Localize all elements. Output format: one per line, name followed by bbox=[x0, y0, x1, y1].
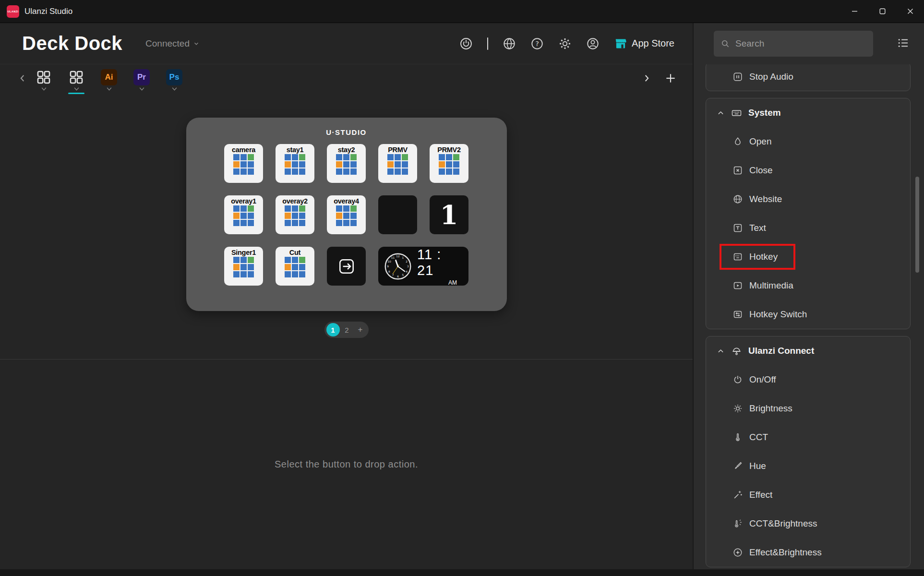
hue-brush-icon bbox=[732, 461, 743, 471]
tab-profile-grid-1[interactable] bbox=[33, 69, 55, 94]
chevron-down-icon bbox=[193, 40, 200, 47]
scene-grid-icon bbox=[285, 154, 305, 175]
stop-audio-icon bbox=[732, 72, 743, 82]
app-window: ULANZI Ulanzi Studio Deck Dock Connected bbox=[0, 0, 924, 576]
scene-grid-icon bbox=[387, 154, 408, 175]
section-system-header[interactable]: System bbox=[706, 98, 910, 127]
section-title: Ulanzi Connect bbox=[748, 346, 814, 356]
help-icon[interactable]: ? bbox=[530, 37, 544, 50]
ulanzi-logo: ULANZI bbox=[7, 5, 19, 18]
deck-key-camera[interactable]: camera bbox=[224, 144, 263, 183]
power-icon bbox=[732, 374, 743, 385]
chevron-up-icon bbox=[717, 109, 725, 117]
action-label: Multimedia bbox=[749, 280, 793, 291]
deck-brand-icon[interactable] bbox=[459, 37, 473, 50]
chevron-down-icon bbox=[73, 87, 80, 91]
close-button[interactable] bbox=[896, 0, 924, 23]
app-store-button[interactable]: App Store bbox=[614, 37, 674, 50]
action-hotkey[interactable]: Hotkey bbox=[706, 242, 910, 271]
action-on-off[interactable]: On/Off bbox=[706, 365, 910, 394]
action-cct[interactable]: CCT bbox=[706, 423, 910, 452]
key-label: overay1 bbox=[231, 198, 256, 205]
action-label: Close bbox=[749, 165, 773, 176]
search-box[interactable] bbox=[714, 31, 873, 57]
add-page-button[interactable]: + bbox=[354, 325, 367, 335]
action-text[interactable]: Text bbox=[706, 214, 910, 242]
connection-dropdown[interactable]: Connected bbox=[145, 38, 200, 49]
deck-key-stay1[interactable]: stay1 bbox=[276, 144, 314, 183]
action-label: Hue bbox=[749, 461, 766, 471]
action-label: Stop Audio bbox=[749, 72, 793, 82]
action-label: Hotkey Switch bbox=[749, 309, 807, 320]
action-effect[interactable]: Effect bbox=[706, 480, 910, 509]
key-label: Singer1 bbox=[231, 249, 256, 256]
page-1-button[interactable]: 1 bbox=[326, 323, 340, 336]
deck-key-prmv[interactable]: PRMV bbox=[378, 144, 417, 183]
action-stop-audio[interactable]: Stop Audio bbox=[706, 64, 910, 91]
action-brightness[interactable]: Brightness bbox=[706, 394, 910, 423]
account-icon[interactable] bbox=[586, 37, 600, 50]
effect-brightness-icon bbox=[732, 547, 743, 558]
deck-device: U·STUDIO camera stay1 stay2 bbox=[186, 118, 507, 311]
theme-globe-icon[interactable] bbox=[503, 37, 516, 50]
key-label: Cut bbox=[289, 249, 300, 256]
deck-key-stay2[interactable]: stay2 bbox=[327, 144, 366, 183]
svg-text:2: 2 bbox=[406, 260, 408, 263]
tab-underline bbox=[101, 93, 117, 94]
action-label: Effect&Brightness bbox=[749, 547, 822, 558]
drop-hint-text: Select the button to drop action. bbox=[275, 459, 418, 470]
deck-key-prmv2[interactable]: PRMV2 bbox=[430, 144, 468, 183]
deck-key-cut[interactable]: Cut bbox=[276, 247, 314, 286]
action-website[interactable]: Website bbox=[706, 185, 910, 214]
action-label: CCT&Brightness bbox=[749, 518, 817, 529]
sidebar-scrollbar[interactable] bbox=[915, 177, 919, 273]
deck-key-singer1[interactable]: Singer1 bbox=[224, 247, 263, 286]
tabs-scroll-right-button[interactable] bbox=[641, 73, 652, 84]
tab-illustrator[interactable]: Ai bbox=[98, 69, 120, 94]
page-2-button[interactable]: 2 bbox=[340, 326, 354, 334]
action-multimedia[interactable]: Multimedia bbox=[706, 271, 910, 300]
action-hotkey-switch[interactable]: Hotkey Switch bbox=[706, 300, 910, 329]
section-ulanzi-connect-header[interactable]: Ulanzi Connect bbox=[706, 336, 910, 365]
add-profile-button[interactable] bbox=[664, 72, 677, 84]
page-switcher: 1 2 + bbox=[324, 322, 369, 338]
tab-profile-grid-2[interactable] bbox=[65, 69, 87, 94]
deck-key-overay2[interactable]: overay2 bbox=[276, 195, 314, 234]
action-cct-brightness[interactable]: CCT&Brightness bbox=[706, 509, 910, 538]
maximize-button[interactable] bbox=[868, 0, 896, 23]
deck-key-overay1[interactable]: overay1 bbox=[224, 195, 263, 234]
tab-photoshop[interactable]: Ps bbox=[163, 69, 185, 94]
deck-key-exit[interactable] bbox=[327, 247, 366, 286]
action-effect-brightness[interactable]: Effect&Brightness bbox=[706, 538, 910, 567]
list-view-toggle-button[interactable] bbox=[897, 36, 910, 51]
tab-underline bbox=[133, 93, 150, 94]
minimize-button[interactable] bbox=[840, 0, 868, 23]
deck-key-overay4[interactable]: overay4 bbox=[327, 195, 366, 234]
website-globe-icon bbox=[732, 194, 743, 204]
selected-tab-underline bbox=[68, 93, 84, 94]
action-open[interactable]: Open bbox=[706, 127, 910, 156]
scene-grid-icon bbox=[285, 257, 305, 277]
scene-grid-icon bbox=[285, 205, 305, 226]
hotkey-switch-icon bbox=[732, 309, 743, 320]
deck-key-digit[interactable]: 1 bbox=[430, 195, 468, 234]
clock-time: 11 : 21 bbox=[417, 247, 461, 278]
tab-premiere[interactable]: Pr bbox=[131, 69, 153, 94]
svg-text:7: 7 bbox=[392, 274, 394, 276]
deck-key-empty[interactable] bbox=[378, 195, 417, 234]
connection-status-label: Connected bbox=[145, 38, 190, 49]
key-label: overay4 bbox=[334, 198, 359, 205]
key-label: overay2 bbox=[282, 198, 308, 205]
settings-gear-icon[interactable] bbox=[558, 37, 572, 50]
grid-icon bbox=[68, 69, 84, 85]
deck-key-clock[interactable]: 1212 345 678 91011 bbox=[378, 247, 468, 286]
key-label: camera bbox=[232, 146, 255, 154]
svg-text:1: 1 bbox=[402, 256, 404, 259]
action-hue[interactable]: Hue bbox=[706, 452, 910, 480]
action-close[interactable]: Close bbox=[706, 156, 910, 185]
tabs-scroll-left-button[interactable] bbox=[17, 73, 28, 84]
search-input[interactable] bbox=[735, 38, 866, 49]
chevron-down-icon bbox=[171, 87, 178, 91]
illustrator-icon: Ai bbox=[101, 69, 117, 85]
brightness-icon bbox=[732, 403, 743, 414]
